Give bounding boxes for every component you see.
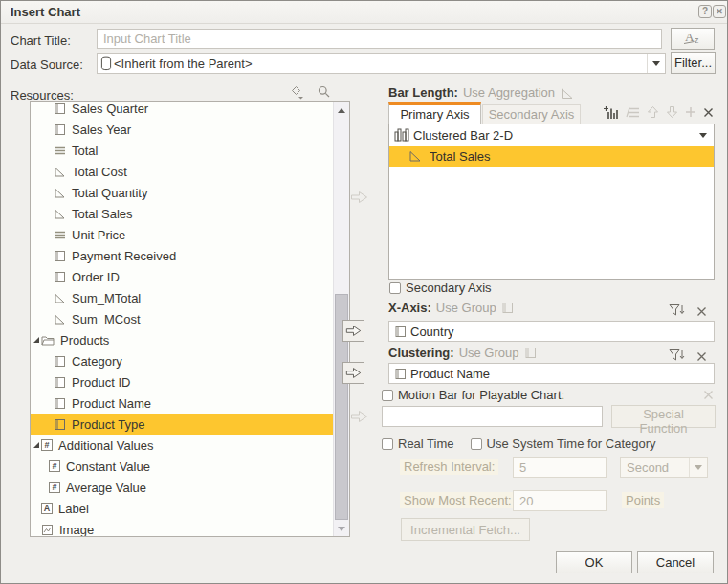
refresh-unit-combobox[interactable]: Second [620,457,708,478]
tree-item-product-name[interactable]: Product Name [31,393,333,414]
dimension-icon [394,368,407,380]
title-bar[interactable]: Insert Chart ? ✕ [1,1,727,24]
refresh-interval-label: Refresh Interval: [400,459,498,475]
ok-button[interactable]: OK [556,551,632,573]
use-system-time-label: Use System Time for Category [487,437,656,451]
transfer-arrow-motion-bar[interactable] [350,410,368,423]
add-chart-icon[interactable] [604,105,619,120]
tree-item-total-sales[interactable]: Total Sales [31,203,333,224]
numeric-icon: # [41,439,53,451]
tree-item-label: Total Cost [72,165,127,179]
incremental-fetch-button[interactable]: Incremental Fetch... [401,518,530,541]
tree-item-total-quantity[interactable]: Total Quantity [31,182,333,203]
scroll-down-icon[interactable] [334,521,349,536]
tree-item-products[interactable]: Products [31,329,333,350]
dimension-icon [54,397,66,410]
chart-type-dropdown-arrow[interactable] [699,133,707,138]
clustering-field[interactable]: Product Name [388,363,715,384]
measure-icon [54,313,66,326]
x-axis-filter-icon[interactable] [669,303,685,320]
dimension-icon [54,102,66,115]
remove-icon[interactable] [703,107,714,118]
tab-primary-axis[interactable]: Primary Axis [388,102,481,124]
tree-item-label-resource[interactable]: ALabel [31,498,333,519]
help-icon[interactable]: ? [698,5,712,18]
scroll-up-icon[interactable] [334,102,349,118]
refresh-interval-input[interactable] [513,457,607,478]
tree-item-order-id[interactable]: Order ID [31,266,333,287]
dimension-icon [54,376,66,389]
tree-item-label: Sales Year [72,123,131,137]
x-axis-label: X-Axis: [388,301,431,315]
add-icon[interactable] [685,106,696,118]
tree-item-category[interactable]: Category [31,350,333,371]
x-axis-field[interactable]: Country [388,321,715,342]
filter-button[interactable]: Filter... [671,52,716,74]
special-function-button[interactable]: Special Function [611,405,716,428]
tree-item-label: Products [60,333,109,348]
series-item-total-sales[interactable]: Total Sales [389,146,714,167]
use-aggregation-label: Use Aggregation [463,85,555,100]
tree-item-label: Sales Quarter [72,102,148,116]
tree-item-label: Order ID [72,270,120,284]
tab-secondary-axis[interactable]: Secondary Axis [482,104,581,124]
tree-item-label: Product Type [72,417,144,432]
search-icon[interactable] [318,85,330,101]
tree-item-additional-values[interactable]: #Additional Values [31,435,333,456]
motion-bar-input[interactable] [382,406,603,427]
aggregation-list-icon[interactable] [626,106,640,119]
measure-icon [408,149,422,163]
x-axis-header: X-Axis: Use Group [388,301,514,315]
cancel-button[interactable]: Cancel [637,551,714,573]
secondary-axis-checkbox[interactable] [389,282,401,294]
tree-item-total[interactable]: Total [31,140,333,161]
tree-item-image-resource[interactable]: Image [31,519,333,536]
refresh-unit-value: Second [627,460,669,475]
use-system-time-checkbox[interactable] [471,438,482,450]
tree-item-label: Image [59,523,94,537]
close-icon[interactable]: ✕ [713,5,726,18]
secondary-axis-checkbox-row: Secondary Axis [389,281,492,295]
expand-arrow-icon[interactable] [33,336,40,344]
transfer-arrow-x-axis[interactable] [342,320,364,342]
dimension-icon [394,326,407,338]
tree-item-label: Total [72,144,98,158]
tree-item-constant-value[interactable]: #Constant Value [31,456,333,477]
tree-item-sales-quarter[interactable]: Sales Quarter [31,102,333,119]
data-source-combobox[interactable]: <Inherit from the Parent> [97,53,666,74]
tree-item-label: Payment Received [72,249,176,263]
tree-item-label: Label [58,502,89,516]
motion-bar-remove-icon[interactable] [703,389,714,403]
total-icon [54,229,66,241]
image-icon [41,524,54,536]
move-up-icon[interactable] [647,105,659,119]
real-time-checkbox[interactable] [382,438,393,450]
chart-title-input[interactable] [97,29,662,49]
chart-type-combobox[interactable]: Clustered Bar 2-D [389,124,714,146]
transfer-arrow-bar-length[interactable] [350,191,368,204]
tree-item-unit-price[interactable]: Unit Price [31,224,333,245]
tree-item-label: Additional Values [58,438,154,453]
tree-item-product-id[interactable]: Product ID [31,371,333,393]
tree-item-sales-year[interactable]: Sales Year [31,119,333,140]
font-style-button[interactable]: A z [671,28,715,50]
tree-item-label: Product Name [72,396,151,411]
show-most-recent-input[interactable] [513,490,607,511]
tree-item-total-cost[interactable]: Total Cost [31,161,333,182]
tree-item-sum-mcost[interactable]: Sum_MCost [31,308,333,329]
data-source-dropdown-arrow[interactable] [647,54,665,73]
tree-item-product-type-selected[interactable]: Product Type [31,414,333,435]
motion-bar-checkbox[interactable] [382,390,393,401]
tree-item-average-value[interactable]: #Average Value [31,477,333,498]
tree-item-sum-mtotal[interactable]: Sum_MTotal [31,287,333,308]
expand-arrow-icon[interactable] [33,441,40,449]
move-down-icon[interactable] [666,105,678,119]
x-axis-remove-icon[interactable] [696,305,707,320]
sort-resources-icon[interactable] [291,85,305,102]
refresh-unit-dropdown-arrow[interactable] [689,458,707,477]
measure-icon [54,187,66,199]
transfer-arrow-clustering[interactable] [342,362,364,384]
measure-icon [54,166,66,178]
tree-item-payment-received[interactable]: Payment Received [31,245,333,266]
primary-axis-listbox: Clustered Bar 2-D Total Sales [388,124,715,280]
